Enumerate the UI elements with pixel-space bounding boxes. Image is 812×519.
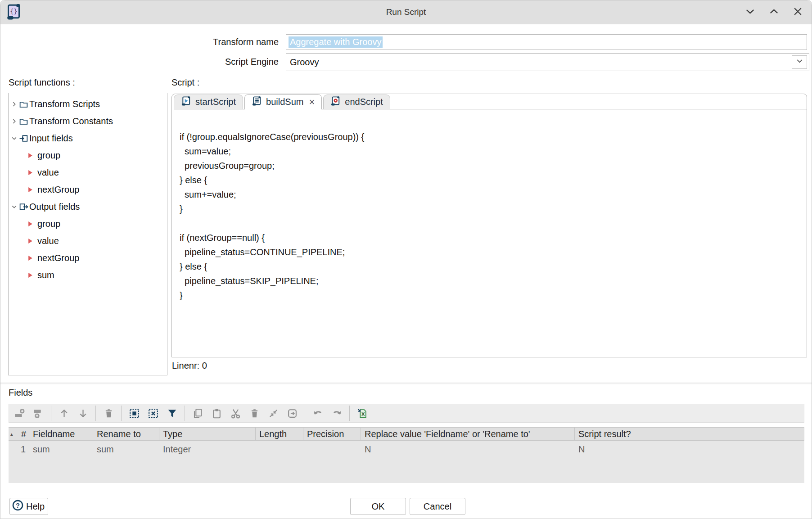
tab-endscript[interactable]: endScript — [323, 95, 390, 109]
fields-table-header: ▴#FieldnameRename toTypeLengthPrecisionR… — [9, 427, 804, 441]
tree-item-sum[interactable]: sum — [9, 266, 167, 284]
undo-icon[interactable] — [311, 407, 324, 420]
toolbar-separator — [349, 406, 350, 421]
column-header-label: Replace value 'Fieldname' or 'Rename to' — [365, 429, 530, 439]
collapse-icon[interactable] — [267, 407, 280, 420]
tree-item-input-fields[interactable]: Input fields — [9, 130, 167, 147]
help-button[interactable]: ? Help — [9, 498, 48, 515]
cancel-button[interactable]: Cancel — [410, 498, 465, 515]
column-header-length[interactable]: Length — [256, 428, 303, 440]
column-header-label: Rename to — [97, 429, 141, 439]
excel-export-icon[interactable]: X — [356, 407, 369, 420]
tree-item-value[interactable]: value — [9, 232, 167, 249]
delete-selected-icon[interactable] — [248, 407, 261, 420]
insert-row-after-icon[interactable] — [32, 407, 45, 420]
chevron-down-icon[interactable] — [11, 203, 18, 210]
output-icon — [19, 202, 28, 212]
tree-item-transform-constants[interactable]: Transform Constants — [9, 113, 167, 130]
column-header-type[interactable]: Type — [159, 428, 256, 440]
ok-button[interactable]: OK — [350, 498, 406, 515]
sort-ascending-icon: ▴ — [10, 431, 13, 437]
clear-selection-icon[interactable] — [147, 407, 159, 420]
code-line: if (nextGroup==null) { — [180, 230, 802, 245]
toolbar-separator — [95, 406, 96, 421]
tree-item-transform-scripts[interactable]: Transform Scripts — [9, 95, 167, 113]
minimize-button[interactable] — [744, 5, 757, 19]
paste-icon[interactable] — [210, 407, 223, 420]
delete-rows-icon[interactable] — [102, 407, 115, 420]
code-line — [180, 216, 802, 230]
cut-icon[interactable] — [229, 407, 242, 420]
column-header--[interactable]: ▴# — [9, 428, 29, 440]
column-header-fieldname[interactable]: Fieldname — [29, 428, 93, 440]
toolbar-separator — [185, 406, 185, 421]
folder-icon — [19, 117, 28, 126]
column-header-script-result-[interactable]: Script result? — [575, 428, 804, 440]
tree-item-label: value — [37, 236, 59, 246]
tab-label: buildSum — [266, 97, 303, 107]
tab-startscript[interactable]: startScript — [174, 95, 243, 109]
insert-row-before-icon[interactable] — [13, 407, 26, 420]
cell-script-result-: N — [575, 444, 804, 455]
script-label: Script : — [171, 77, 199, 88]
tab-close-icon[interactable]: × — [309, 98, 315, 107]
redo-icon[interactable] — [330, 407, 343, 420]
combo-dropdown-button[interactable] — [792, 55, 807, 69]
field-icon — [27, 187, 33, 193]
svg-text:?: ? — [16, 502, 20, 509]
code-line: sum+=value; — [180, 187, 802, 202]
tree-item-nextgroup[interactable]: nextGroup — [9, 249, 167, 266]
field-icon — [27, 153, 33, 158]
horizontal-sash[interactable] — [0, 383, 812, 384]
column-header-rename-to[interactable]: Rename to — [93, 428, 159, 440]
script-editor[interactable]: if (!group.equalsIgnoreCase(previousGrou… — [172, 109, 807, 357]
chevron-right-icon[interactable] — [11, 101, 18, 108]
tree-item-label: Transform Constants — [29, 116, 113, 126]
copy-icon[interactable] — [191, 407, 204, 420]
table-row[interactable]: 1sumsumIntegerNN — [9, 441, 804, 458]
tree-item-output-fields[interactable]: Output fields — [9, 198, 167, 215]
tree-item-group[interactable]: group — [9, 215, 167, 232]
column-header-precision[interactable]: Precision — [303, 428, 361, 440]
field-icon — [27, 272, 33, 278]
column-header-replace-value-fieldname-or-rename-to-[interactable]: Replace value 'Fieldname' or 'Rename to' — [361, 428, 575, 440]
code-line: pipeline_status=SKIP_PIPELINE; — [180, 274, 802, 288]
tree-item-value[interactable]: value — [9, 164, 167, 181]
tab-buildsum[interactable]: buildSum× — [244, 94, 322, 109]
filter-icon[interactable] — [166, 407, 178, 420]
tree-item-label: value — [37, 167, 59, 178]
tree-item-group[interactable]: group — [9, 147, 167, 164]
field-icon — [27, 255, 33, 261]
move-up-icon[interactable] — [58, 407, 70, 420]
cell-type: Integer — [159, 444, 256, 455]
field-icon — [27, 170, 33, 176]
chevron-down-icon — [795, 57, 804, 68]
code-line: } else { — [180, 173, 802, 187]
column-header-label: Script result? — [578, 429, 631, 439]
script-engine-select[interactable]: Groovy — [286, 53, 809, 71]
code-line: if (!group.equalsIgnoreCase(previousGrou… — [180, 130, 802, 144]
move-down-icon[interactable] — [77, 407, 89, 420]
script-tabs: startScriptbuildSum×endScript — [174, 94, 807, 109]
close-button[interactable] — [791, 5, 804, 19]
tree-item-label: group — [37, 219, 60, 229]
code-line: sum=value; — [180, 144, 802, 158]
input-icon — [19, 134, 28, 143]
select-all-icon[interactable] — [128, 407, 140, 420]
transform-name-value: Aggregate with Groovy — [289, 36, 383, 48]
cell-rename-to: sum — [93, 444, 159, 455]
tab-label: startScript — [195, 97, 236, 107]
fields-table: ▴#FieldnameRename toTypeLengthPrecisionR… — [9, 427, 804, 483]
maximize-button[interactable] — [767, 5, 780, 19]
tree-item-nextgroup[interactable]: nextGroup — [9, 181, 167, 198]
duplicate-icon[interactable] — [286, 407, 298, 420]
transform-name-input[interactable]: Aggregate with Groovy — [286, 34, 807, 50]
chevron-right-icon[interactable] — [11, 118, 18, 125]
code-line: } — [180, 202, 802, 216]
tree-item-label: Input fields — [29, 133, 73, 144]
chevron-down-icon[interactable] — [11, 135, 18, 142]
script-lines-icon — [252, 96, 262, 108]
fields-toolbar: X — [9, 404, 804, 423]
tab-label: endScript — [345, 97, 383, 107]
column-header-label: Precision — [307, 429, 344, 439]
